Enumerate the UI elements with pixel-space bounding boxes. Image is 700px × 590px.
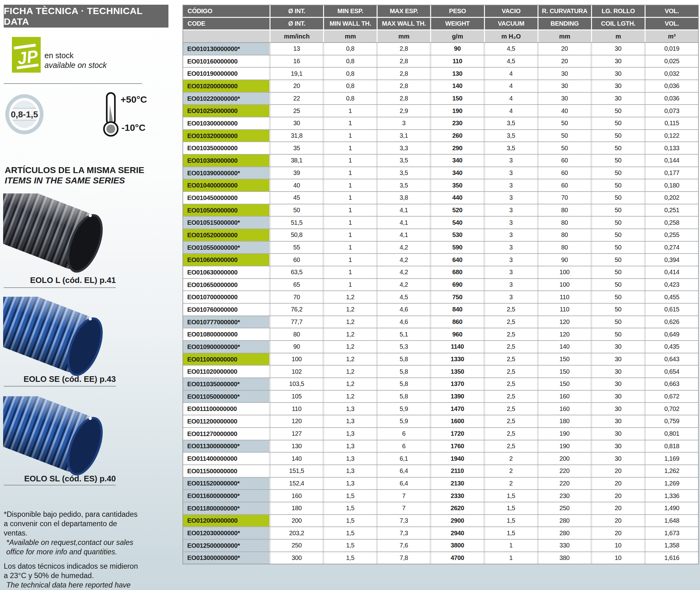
table-row: EO010900000000*901,25,311402,5140300,435	[183, 341, 698, 354]
code-cell: EO010160000000	[183, 56, 270, 67]
wall-thickness-value: 0,8-1,5	[11, 110, 38, 119]
value-cell: 65	[270, 279, 323, 291]
divider	[4, 83, 142, 84]
value-cell: 2620	[431, 502, 484, 514]
value-cell: 140	[431, 80, 484, 92]
value-cell: 1,2	[324, 316, 377, 328]
value-cell: 1,3	[324, 403, 377, 415]
value-cell: 2,5	[485, 328, 537, 340]
table-row: EO010130000000*130,82,8904,520300,019	[183, 43, 698, 56]
value-cell: 103,5	[270, 378, 323, 390]
value-cell: 2,5	[485, 366, 537, 378]
value-cell: 6,4	[377, 478, 430, 490]
value-cell: 77,7	[270, 316, 323, 328]
table-row: EO013000000000*3001,57,847001380101,616	[183, 552, 698, 564]
col-header-en-0: CODE	[183, 18, 270, 29]
value-cell: 10	[592, 539, 644, 552]
series-title-en: ITEMS IN THE SAME SERIES	[5, 175, 144, 186]
value-cell: 2330	[431, 490, 484, 502]
value-cell: 35	[270, 142, 323, 154]
table-row: EO010160000000160,82,81104,520300,025	[183, 56, 698, 68]
value-cell: 50	[592, 204, 644, 216]
code-cell: EO010320000000	[183, 130, 270, 142]
value-cell: 5,1	[377, 328, 430, 340]
value-cell: 50	[592, 179, 644, 191]
value-cell: 50	[592, 279, 644, 291]
table-row: EO0106000000006014,2640390500,394	[183, 254, 698, 266]
value-cell: 290	[431, 142, 484, 154]
value-cell: 2	[485, 453, 537, 465]
value-cell: 2,5	[485, 378, 537, 390]
temp-min: -10°C	[121, 122, 145, 133]
value-cell: 0,8	[324, 56, 377, 67]
value-cell: 590	[431, 241, 484, 254]
value-cell: 20	[592, 465, 644, 477]
value-cell: 80	[270, 328, 323, 340]
value-cell: 1140	[431, 341, 484, 353]
value-cell: 1,3	[324, 428, 377, 440]
divider	[4, 287, 116, 288]
value-cell: 0,032	[645, 68, 698, 80]
value-cell: 0,649	[645, 328, 698, 340]
thermometer-icon	[102, 92, 120, 137]
value-cell: 260	[431, 130, 484, 142]
value-cell: 1,490	[645, 502, 698, 514]
value-cell: 5,8	[377, 378, 430, 390]
value-cell: 0,251	[645, 204, 698, 216]
value-cell: 100	[538, 266, 591, 278]
value-cell: 50	[592, 117, 644, 129]
value-cell: 340	[431, 167, 484, 179]
col-units-7: m	[592, 30, 644, 42]
value-cell: 110	[538, 304, 591, 315]
value-cell: 1	[324, 217, 377, 228]
value-cell: 4,2	[377, 266, 430, 278]
value-cell: 3800	[431, 539, 484, 552]
value-cell: 3	[485, 204, 537, 216]
value-cell: 60	[538, 155, 591, 167]
table-row: EO010550000000*5514,2590380500,274	[183, 241, 698, 254]
value-cell: 4	[485, 68, 537, 80]
value-cell: 1600	[431, 415, 484, 427]
value-cell: 160	[270, 490, 323, 502]
col-units-3: mm	[378, 30, 430, 42]
value-cell: 3,5	[377, 179, 430, 191]
value-cell: 1470	[431, 403, 484, 415]
value-cell: 1,269	[645, 478, 698, 490]
value-cell: 0,144	[645, 155, 698, 167]
value-cell: 70	[270, 291, 323, 303]
value-cell: 50	[592, 229, 644, 241]
value-cell: 1,5	[485, 515, 537, 527]
value-cell: 20	[592, 478, 644, 490]
code-cell: EO010800000000	[183, 328, 270, 340]
value-cell: 0,073	[645, 105, 698, 117]
value-cell: 1	[324, 105, 377, 117]
code-cell: EO010500000000	[183, 204, 270, 216]
value-cell: 2,8	[377, 93, 430, 105]
value-cell: 30	[592, 440, 644, 452]
code-cell: EO010520000000	[183, 229, 270, 241]
value-cell: 2,5	[485, 428, 537, 440]
value-cell: 1,5	[485, 490, 537, 502]
value-cell: 1,5	[324, 527, 377, 539]
value-cell: 1,2	[324, 328, 377, 340]
value-cell: 1,336	[645, 490, 698, 502]
value-cell: 51,5	[270, 217, 323, 228]
value-cell: 0,258	[645, 217, 698, 228]
value-cell: 340	[431, 155, 484, 167]
value-cell: 6,1	[377, 453, 430, 465]
series-title-es: ARTÍCULOS DE LA MISMA SERIE	[5, 165, 144, 175]
value-cell: 50	[592, 304, 644, 315]
value-cell: 1	[324, 229, 377, 241]
col-units-0	[183, 30, 270, 42]
value-cell: 13	[270, 43, 323, 55]
value-cell: 20	[592, 515, 644, 527]
code-cell: EO010550000000*	[183, 241, 270, 254]
value-cell: 0,801	[645, 428, 698, 440]
code-cell: EO010380000000	[183, 155, 270, 167]
value-cell: 152,4	[270, 478, 323, 490]
value-cell: 1,648	[645, 515, 698, 527]
hose-image-eolo-se	[3, 297, 120, 379]
col-header-es-7: LG. ROLLO	[592, 5, 644, 17]
value-cell: 1	[324, 179, 377, 191]
table-row: EO0114000000001401,36,119402200301,169	[183, 453, 698, 465]
